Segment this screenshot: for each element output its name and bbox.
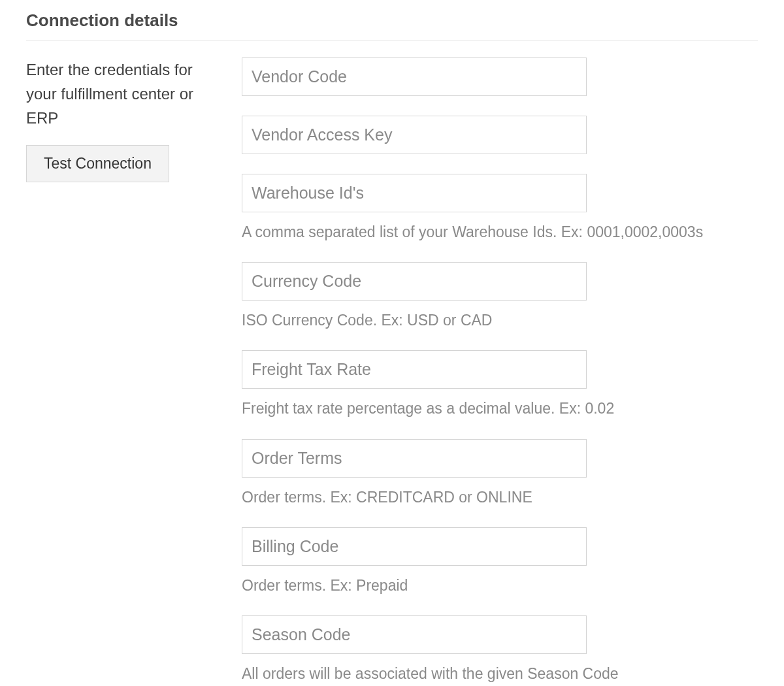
warehouse-ids-help: A comma separated list of your Warehouse… [242,221,758,242]
order-terms-input[interactable] [242,439,587,478]
field-vendor-access-key [242,116,758,154]
content-row: Enter the credentials for your fulfillme… [26,57,758,686]
field-warehouse-ids: A comma separated list of your Warehouse… [242,174,758,242]
field-order-terms: Order terms. Ex: CREDITCARD or ONLINE [242,439,758,508]
order-terms-help: Order terms. Ex: CREDITCARD or ONLINE [242,487,758,508]
freight-tax-rate-input[interactable] [242,350,587,389]
field-currency-code: ISO Currency Code. Ex: USD or CAD [242,262,758,331]
season-code-input[interactable] [242,615,587,654]
warehouse-ids-input[interactable] [242,174,587,212]
intro-text: Enter the credentials for your fulfillme… [26,57,216,131]
billing-code-input[interactable] [242,527,587,566]
test-connection-button[interactable]: Test Connection [26,145,169,182]
vendor-access-key-input[interactable] [242,116,587,154]
currency-code-input[interactable] [242,262,587,301]
freight-tax-rate-help: Freight tax rate percentage as a decimal… [242,398,758,419]
right-column: A comma separated list of your Warehouse… [242,57,758,686]
vendor-code-input[interactable] [242,57,587,96]
left-column: Enter the credentials for your fulfillme… [26,57,216,182]
currency-code-help: ISO Currency Code. Ex: USD or CAD [242,310,758,331]
section-title: Connection details [26,10,758,41]
field-season-code: All orders will be associated with the g… [242,615,758,684]
billing-code-help: Order terms. Ex: Prepaid [242,575,758,596]
field-vendor-code [242,57,758,96]
season-code-help: All orders will be associated with the g… [242,663,758,684]
field-freight-tax-rate: Freight tax rate percentage as a decimal… [242,350,758,419]
field-billing-code: Order terms. Ex: Prepaid [242,527,758,596]
